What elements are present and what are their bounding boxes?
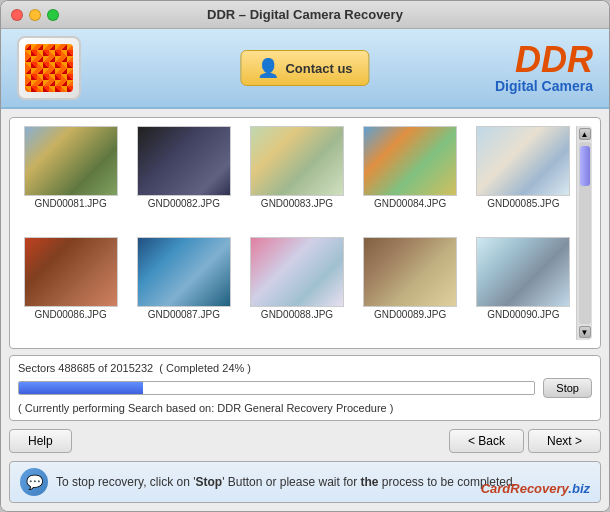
progress-bar-row: Stop	[18, 378, 592, 398]
photo-filename-label: GND00089.JPG	[374, 309, 446, 320]
photo-grid: GND00081.JPGGND00082.JPGGND00083.JPGGND0…	[18, 126, 576, 340]
photo-thumbnail	[250, 237, 344, 307]
list-item[interactable]: GND00085.JPG	[471, 126, 576, 229]
list-item[interactable]: GND00090.JPG	[471, 237, 576, 340]
traffic-lights	[11, 9, 59, 21]
bottom-buttons: Help < Back Next >	[9, 427, 601, 455]
photo-filename-label: GND00088.JPG	[261, 309, 333, 320]
progress-bar-container	[18, 381, 535, 395]
photo-filename-label: GND00086.JPG	[34, 309, 106, 320]
photo-filename-label: GND00084.JPG	[374, 198, 446, 209]
photo-filename-label: GND00083.JPG	[261, 198, 333, 209]
back-button[interactable]: < Back	[449, 429, 524, 453]
scroll-track	[579, 142, 591, 324]
brand-area: DDR Digital Camera	[495, 42, 593, 94]
photo-thumbnail	[137, 237, 231, 307]
maximize-button[interactable]	[47, 9, 59, 21]
brand-subtitle: Digital Camera	[495, 78, 593, 94]
scrollbar[interactable]: ▲ ▼	[576, 126, 592, 340]
photo-filename-label: GND00090.JPG	[487, 309, 559, 320]
photo-thumbnail	[476, 237, 570, 307]
info-icon: 💬	[20, 468, 48, 496]
photo-filename-label: GND00087.JPG	[148, 309, 220, 320]
list-item[interactable]: GND00083.JPG	[244, 126, 349, 229]
header: 👤 Contact us DDR Digital Camera	[1, 29, 609, 109]
photo-thumbnail	[137, 126, 231, 196]
main-window: DDR – Digital Camera Recovery 👤 Contact …	[0, 0, 610, 512]
titlebar: DDR – Digital Camera Recovery	[1, 1, 609, 29]
list-item[interactable]: GND00084.JPG	[358, 126, 463, 229]
contact-button[interactable]: 👤 Contact us	[240, 50, 369, 86]
progress-row: Sectors 488685 of 2015232 ( Completed 24…	[18, 362, 592, 374]
photo-filename-label: GND00081.JPG	[34, 198, 106, 209]
scroll-thumb[interactable]	[580, 146, 590, 186]
sectors-text: Sectors 488685 of 2015232 ( Completed 24…	[18, 362, 251, 374]
photo-thumbnail	[24, 126, 118, 196]
photo-thumbnail	[363, 126, 457, 196]
progress-bar-fill	[19, 382, 143, 394]
info-bar: 💬 To stop recovery, click on 'Stop' Butt…	[9, 461, 601, 503]
scroll-down-button[interactable]: ▼	[579, 326, 591, 338]
logo-checkerboard-icon	[25, 44, 73, 92]
progress-area: Sectors 488685 of 2015232 ( Completed 24…	[9, 355, 601, 421]
search-info-text: ( Currently performing Search based on: …	[18, 402, 592, 414]
photo-thumbnail	[363, 237, 457, 307]
list-item[interactable]: GND00086.JPG	[18, 237, 123, 340]
next-button[interactable]: Next >	[528, 429, 601, 453]
scroll-up-button[interactable]: ▲	[579, 128, 591, 140]
help-button[interactable]: Help	[9, 429, 72, 453]
list-item[interactable]: GND00088.JPG	[244, 237, 349, 340]
photo-grid-container: GND00081.JPGGND00082.JPGGND00083.JPGGND0…	[9, 117, 601, 349]
window-title: DDR – Digital Camera Recovery	[207, 7, 403, 22]
list-item[interactable]: GND00081.JPG	[18, 126, 123, 229]
list-item[interactable]: GND00082.JPG	[131, 126, 236, 229]
photo-thumbnail	[24, 237, 118, 307]
close-button[interactable]	[11, 9, 23, 21]
photo-filename-label: GND00082.JPG	[148, 198, 220, 209]
nav-buttons: < Back Next >	[449, 429, 601, 453]
list-item[interactable]: GND00089.JPG	[358, 237, 463, 340]
photo-thumbnail	[476, 126, 570, 196]
stop-button[interactable]: Stop	[543, 378, 592, 398]
info-message: To stop recovery, click on 'Stop' Button…	[56, 475, 516, 489]
brand-name: DDR	[495, 42, 593, 78]
card-recovery-brand: CardRecovery.biz	[481, 481, 590, 496]
app-logo	[17, 36, 81, 100]
minimize-button[interactable]	[29, 9, 41, 21]
contact-button-label: Contact us	[285, 61, 352, 76]
main-content: GND00081.JPGGND00082.JPGGND00083.JPGGND0…	[1, 109, 609, 511]
photo-filename-label: GND00085.JPG	[487, 198, 559, 209]
contact-person-icon: 👤	[257, 57, 279, 79]
list-item[interactable]: GND00087.JPG	[131, 237, 236, 340]
photo-thumbnail	[250, 126, 344, 196]
